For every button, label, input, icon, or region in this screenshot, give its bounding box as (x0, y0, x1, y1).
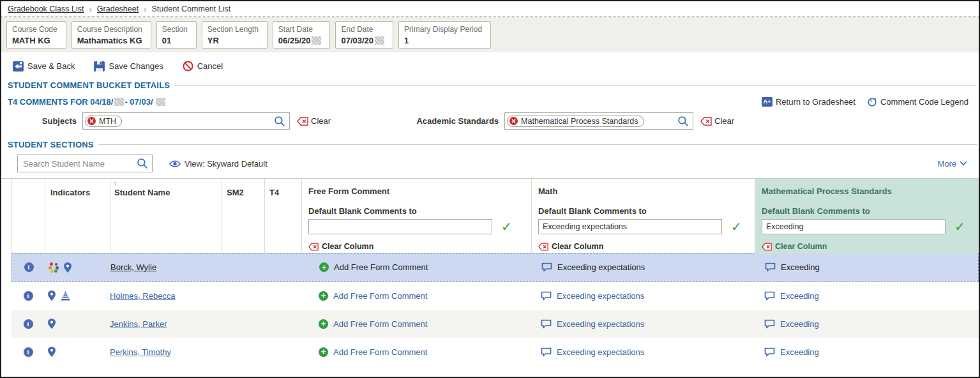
activity-wheel-icon[interactable] (49, 262, 59, 273)
academic-standards-input[interactable]: Mathematical Process Standards (504, 112, 693, 130)
header-student-name[interactable]: ↑ Student Name (110, 179, 222, 253)
math-comment-cell[interactable]: Exceeding expectations (532, 262, 755, 272)
bucket-details-title: STUDENT COMMENT BUCKET DETAILS (8, 80, 170, 90)
table-header: Indicators ↑ Student Name SM2 T4 Free Fo… (11, 179, 979, 253)
table-row[interactable]: Borck, Wylie Add Free Form Comment Excee… (11, 253, 979, 282)
search-icon[interactable] (137, 158, 148, 169)
chip-remove-icon[interactable] (87, 117, 96, 125)
comment-bubble-icon (765, 262, 776, 272)
heading-rule (175, 85, 977, 86)
comment-code-legend-link[interactable]: Comment Code Legend (867, 96, 969, 107)
section-length-box: Section Length YR (202, 21, 268, 49)
save-icon (94, 61, 105, 72)
location-pin-icon[interactable] (48, 347, 56, 357)
clear-icon (538, 243, 548, 251)
comment-bubble-icon (764, 319, 775, 329)
header-sm2: SM2 (222, 179, 264, 253)
view-selector[interactable]: View: Skyward Default (169, 159, 268, 169)
student-search-box (17, 155, 153, 172)
breadcrumb-gradesheet[interactable]: Gradesheet (97, 4, 139, 13)
primary-display-period-box: Primary Display Period 1 (398, 21, 491, 49)
breadcrumb-current: Student Comment List (152, 4, 231, 13)
info-icon[interactable] (24, 291, 33, 301)
cancel-button[interactable]: Cancel (183, 61, 223, 72)
add-free-form-comment-button[interactable]: Add Free Form Comment (301, 291, 531, 301)
search-icon[interactable] (677, 116, 689, 127)
breadcrumb-separator-icon: › (144, 4, 146, 14)
free-form-default-input[interactable] (308, 219, 492, 234)
comment-bubble-icon (764, 291, 775, 301)
section-length-label: Section Length (207, 25, 259, 34)
info-icon[interactable] (24, 262, 34, 272)
student-sections-toolbar: View: Skyward Default More (1, 149, 979, 178)
table-row[interactable]: Holmes, Rebecca Add Free Form Comment Ex… (11, 282, 979, 310)
table-row[interactable]: Jenkins, Parker Add Free Form Comment Ex… (11, 310, 979, 338)
course-description-label: Course Description (77, 25, 142, 34)
bucket-details-heading: STUDENT COMMENT BUCKET DETAILS (1, 80, 979, 90)
mps-default-input[interactable] (762, 219, 946, 234)
mps-comment-cell[interactable]: Exceeding (755, 319, 979, 329)
cone-icon[interactable] (61, 291, 70, 301)
table-row[interactable]: Perkins, Timothy Add Free Form Comment E… (11, 338, 979, 366)
subjects-input[interactable]: MTH (82, 112, 290, 130)
comment-bubble-icon (541, 291, 552, 301)
add-free-form-comment-button[interactable]: Add Free Form Comment (301, 347, 531, 357)
location-pin-icon[interactable] (48, 291, 56, 301)
subjects-clear-button[interactable]: Clear (297, 116, 331, 126)
math-comment-cell[interactable]: Exceeding expectations (531, 291, 755, 301)
start-date-value: 06/25/20 (278, 36, 322, 45)
student-sections-heading: STUDENT SECTIONS (1, 140, 979, 149)
student-name-link[interactable]: Perkins, Timothy (110, 347, 171, 357)
start-date-label: Start Date (278, 25, 322, 34)
info-icon[interactable] (24, 319, 33, 329)
subjects-chip[interactable]: MTH (85, 116, 122, 127)
add-plus-icon (319, 347, 328, 357)
legend-icon (867, 96, 877, 107)
location-pin-icon[interactable] (64, 262, 72, 273)
save-and-back-button[interactable]: Save & Back (13, 61, 75, 72)
return-to-gradesheet-link[interactable]: Return to Gradesheet (762, 97, 856, 107)
add-free-form-comment-button[interactable]: Add Free Form Comment (302, 262, 532, 272)
mps-comment-cell[interactable]: Exceeding (755, 347, 979, 357)
location-pin-icon[interactable] (48, 319, 56, 329)
header-spacer-cell (11, 179, 45, 253)
header-indicators: Indicators (45, 179, 110, 253)
cancel-icon (183, 61, 193, 72)
t4-comments-row: T4 COMMENTS FOR 04/18/ - 07/03/ Return t… (1, 90, 979, 110)
info-icon[interactable] (24, 347, 33, 357)
apply-check-icon[interactable]: ✓ (501, 220, 512, 233)
student-name-link[interactable]: Jenkins, Parker (110, 319, 167, 329)
course-description-box: Course Description Mathamatics KG (72, 21, 151, 49)
primary-display-period-value: 1 (404, 36, 482, 45)
math-comment-cell[interactable]: Exceeding expectations (531, 319, 755, 329)
mps-comment-cell[interactable]: Exceeding (755, 291, 979, 301)
mps-comment-cell[interactable]: Exceeding (755, 262, 978, 272)
course-description-value: Mathamatics KG (77, 36, 142, 45)
apply-check-icon[interactable]: ✓ (954, 220, 965, 233)
free-form-clear-column-button[interactable]: Clear Column (308, 242, 373, 251)
chip-remove-icon[interactable] (509, 117, 518, 125)
more-button[interactable]: More (937, 159, 967, 169)
comment-bubble-icon (541, 347, 552, 357)
add-free-form-comment-button[interactable]: Add Free Form Comment (301, 319, 531, 329)
student-search-input[interactable] (22, 156, 132, 171)
save-changes-button[interactable]: Save Changes (94, 61, 163, 72)
clear-icon (308, 243, 319, 251)
course-code-value: MATH KG (12, 36, 57, 45)
course-code-label: Course Code (12, 25, 57, 34)
student-name-link[interactable]: Holmes, Rebecca (110, 291, 176, 301)
standards-chip[interactable]: Mathematical Process Standards (507, 116, 644, 127)
math-clear-column-button[interactable]: Clear Column (538, 242, 603, 251)
apply-check-icon[interactable]: ✓ (731, 220, 742, 233)
math-default-input[interactable] (538, 219, 722, 234)
math-comment-cell[interactable]: Exceeding expectations (531, 347, 755, 357)
search-icon[interactable] (274, 116, 285, 127)
student-name-link[interactable]: Borck, Wylie (110, 262, 156, 272)
student-comment-list-page: Gradebook Class List › Gradesheet › Stud… (0, 0, 980, 378)
standards-clear-button[interactable]: Clear (700, 116, 734, 126)
default-blank-label: Default Blank Comments to (538, 206, 755, 216)
breadcrumb-gradebook-class-list[interactable]: Gradebook Class List (8, 4, 84, 13)
mps-clear-column-button[interactable]: Clear Column (762, 242, 827, 251)
end-date-box: End Date 07/03/20 (335, 21, 393, 49)
sort-ascending-icon: ↑ (113, 178, 117, 188)
